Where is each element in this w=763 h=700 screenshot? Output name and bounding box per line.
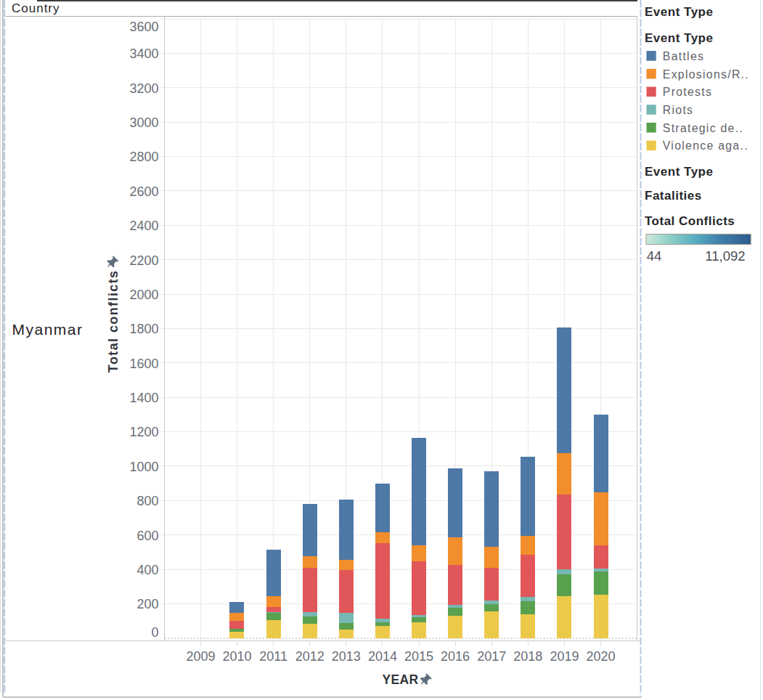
- svg-text:Country: Country: [12, 1, 60, 15]
- svg-text:3200: 3200: [129, 81, 158, 96]
- svg-text:200: 200: [136, 597, 158, 611]
- svg-text:2016: 2016: [441, 649, 470, 664]
- svg-text:2600: 2600: [129, 184, 158, 199]
- svg-text:2200: 2200: [129, 253, 158, 268]
- svg-text:Total Conflicts: Total Conflicts: [645, 214, 735, 228]
- svg-text:2015: 2015: [404, 649, 433, 664]
- svg-text:YEAR: YEAR: [382, 672, 418, 687]
- svg-text:Event Type: Event Type: [645, 165, 713, 179]
- svg-text:44: 44: [647, 248, 662, 264]
- svg-text:Myanmar: Myanmar: [12, 321, 83, 338]
- svg-text:2017: 2017: [477, 649, 506, 664]
- svg-text:2019: 2019: [550, 649, 579, 664]
- svg-text:400: 400: [136, 563, 158, 577]
- svg-text:2000: 2000: [129, 288, 158, 302]
- svg-text:2020: 2020: [586, 649, 615, 664]
- svg-text:Riots: Riots: [663, 104, 694, 116]
- svg-text:800: 800: [136, 494, 158, 508]
- svg-text:Event Type: Event Type: [645, 5, 713, 19]
- svg-text:1200: 1200: [129, 425, 158, 439]
- svg-text:3600: 3600: [129, 20, 158, 34]
- svg-text:1000: 1000: [129, 460, 158, 474]
- svg-text:0: 0: [151, 625, 158, 640]
- svg-text:Strategic de..: Strategic de..: [663, 122, 743, 134]
- svg-text:1400: 1400: [129, 391, 158, 405]
- svg-text:3000: 3000: [129, 115, 158, 130]
- svg-text:600: 600: [136, 529, 158, 543]
- svg-text:Violence aga..: Violence aga..: [663, 139, 748, 152]
- svg-text:2013: 2013: [332, 649, 361, 664]
- svg-text:Battles: Battles: [663, 50, 704, 62]
- svg-text:2011: 2011: [259, 649, 287, 664]
- svg-text:2018: 2018: [513, 649, 542, 664]
- svg-text:Event Type: Event Type: [645, 31, 713, 45]
- svg-text:2010: 2010: [222, 649, 251, 664]
- svg-text:2009: 2009: [186, 649, 215, 664]
- svg-text:2014: 2014: [368, 649, 397, 664]
- svg-text:2400: 2400: [129, 219, 158, 233]
- svg-text:2012: 2012: [295, 649, 325, 664]
- svg-text:2800: 2800: [129, 150, 158, 164]
- svg-text:11,092: 11,092: [705, 248, 745, 264]
- svg-text:3400: 3400: [129, 46, 158, 61]
- svg-text:1800: 1800: [129, 322, 158, 336]
- svg-text:Explosions/R..: Explosions/R..: [663, 68, 749, 81]
- svg-text:Protests: Protests: [663, 86, 712, 98]
- svg-text:Fatalities: Fatalities: [645, 189, 702, 203]
- svg-text:Total conflicts: Total conflicts: [106, 269, 121, 373]
- svg-text:1600: 1600: [129, 357, 158, 371]
